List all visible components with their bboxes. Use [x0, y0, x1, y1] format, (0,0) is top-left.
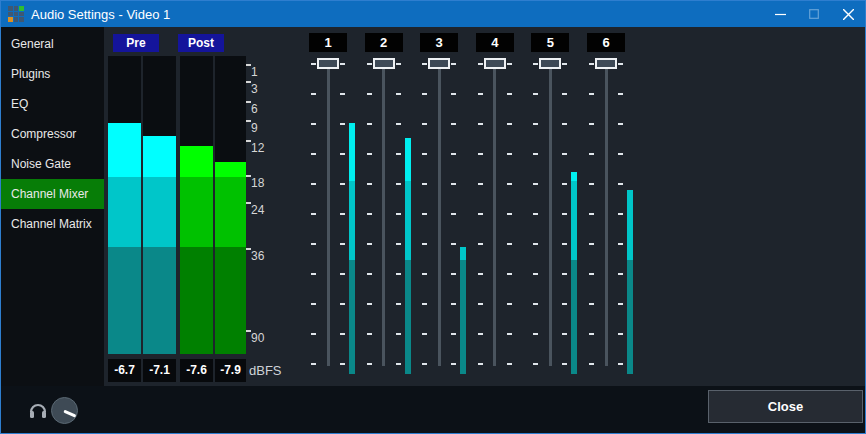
slider-tick	[396, 303, 401, 305]
db-scale-label: 90	[251, 332, 264, 344]
slider-tick	[367, 303, 372, 305]
app-icon	[8, 6, 24, 22]
channel-slider-track[interactable]	[605, 58, 608, 366]
channel-number-label: 4	[476, 33, 514, 52]
slider-tick	[451, 333, 456, 335]
channel-slider-handle[interactable]	[428, 58, 450, 69]
channel-slider-track[interactable]	[382, 58, 385, 366]
slider-tick	[340, 363, 345, 365]
channel-number-label: 3	[420, 33, 458, 52]
channel-number-label: 6	[587, 33, 625, 52]
channel-slider-track[interactable]	[493, 58, 496, 366]
slider-tick	[478, 363, 483, 365]
sidebar-item-compressor[interactable]: Compressor	[1, 119, 104, 149]
channel-slider-handle[interactable]	[317, 58, 339, 69]
slider-tick	[422, 93, 427, 95]
channel-level-meter	[349, 260, 355, 374]
slider-tick	[507, 123, 512, 125]
slider-tick	[451, 63, 456, 65]
slider-tick	[533, 303, 538, 305]
slider-tick	[589, 273, 594, 275]
slider-tick	[367, 123, 372, 125]
slider-tick	[533, 123, 538, 125]
slider-tick	[367, 93, 372, 95]
db-scale-label: 3	[251, 83, 258, 95]
slider-tick	[533, 333, 538, 335]
channel-slider-handle[interactable]	[484, 58, 506, 69]
slider-tick	[340, 93, 345, 95]
pre-meter-label: Pre	[113, 34, 159, 52]
slider-tick	[311, 63, 316, 65]
slider-tick	[367, 363, 372, 365]
channel-slider-handle[interactable]	[595, 58, 617, 69]
slider-tick	[618, 63, 623, 65]
meter-fill	[180, 247, 213, 354]
minimize-icon[interactable]	[763, 1, 797, 27]
slider-tick	[618, 333, 623, 335]
slider-tick	[340, 243, 345, 245]
slider-tick	[562, 93, 567, 95]
sidebar-item-noise-gate[interactable]: Noise Gate	[1, 149, 104, 179]
slider-tick	[311, 243, 316, 245]
slider-tick	[396, 63, 401, 65]
slider-tick	[311, 93, 316, 95]
channel-slider-handle[interactable]	[373, 58, 395, 69]
slider-tick	[396, 213, 401, 215]
meter-fill	[215, 177, 246, 247]
slider-tick	[451, 363, 456, 365]
slider-tick	[562, 333, 567, 335]
slider-tick	[422, 243, 427, 245]
slider-tick	[396, 93, 401, 95]
slider-tick	[396, 183, 401, 185]
slider-tick	[367, 333, 372, 335]
slider-tick	[451, 183, 456, 185]
slider-tick	[311, 213, 316, 215]
meter-value-pre-r: -7.1	[143, 359, 176, 382]
slider-tick	[422, 333, 427, 335]
dbfs-unit-label: dBFS	[249, 359, 282, 382]
sidebar-item-eq[interactable]: EQ	[1, 89, 104, 119]
slider-tick	[533, 363, 538, 365]
slider-tick	[367, 63, 372, 65]
titlebar[interactable]: Audio Settings - Video 1	[1, 1, 865, 27]
window-title: Audio Settings - Video 1	[31, 7, 763, 22]
sidebar-item-plugins[interactable]: Plugins	[1, 59, 104, 89]
slider-tick	[451, 273, 456, 275]
slider-tick	[507, 363, 512, 365]
sidebar-item-channel-matrix[interactable]: Channel Matrix	[1, 209, 104, 239]
channel-slider-track[interactable]	[438, 58, 441, 366]
slider-tick	[533, 93, 538, 95]
slider-tick	[340, 183, 345, 185]
close-button[interactable]: Close	[708, 390, 863, 423]
footer-bar: Close	[1, 386, 865, 434]
slider-tick	[618, 153, 623, 155]
slider-tick	[589, 243, 594, 245]
channel-number-label: 2	[365, 33, 403, 52]
slider-tick	[589, 93, 594, 95]
headphone-volume-knob[interactable]	[51, 397, 78, 424]
maximize-icon	[797, 1, 831, 27]
post-meter-label: Post	[178, 34, 224, 52]
sidebar-item-channel-mixer[interactable]: Channel Mixer	[1, 179, 104, 209]
slider-tick	[507, 183, 512, 185]
slider-tick	[311, 153, 316, 155]
channel-slider-handle[interactable]	[539, 58, 561, 69]
slider-tick	[618, 213, 623, 215]
sidebar-item-general[interactable]: General	[1, 29, 104, 59]
close-window-icon[interactable]	[831, 1, 865, 27]
db-scale-label: 18	[251, 177, 264, 189]
channel-number-label: 5	[531, 33, 569, 52]
slider-tick	[396, 123, 401, 125]
slider-tick	[507, 63, 512, 65]
slider-tick	[507, 93, 512, 95]
headphones-icon	[29, 403, 47, 419]
channel-slider-track[interactable]	[549, 58, 552, 366]
slider-tick	[451, 153, 456, 155]
slider-tick	[340, 123, 345, 125]
channel-slider-track[interactable]	[327, 58, 330, 366]
slider-tick	[589, 123, 594, 125]
channel-level-meter	[349, 123, 355, 181]
slider-tick	[533, 273, 538, 275]
slider-tick	[589, 213, 594, 215]
slider-tick	[618, 243, 623, 245]
